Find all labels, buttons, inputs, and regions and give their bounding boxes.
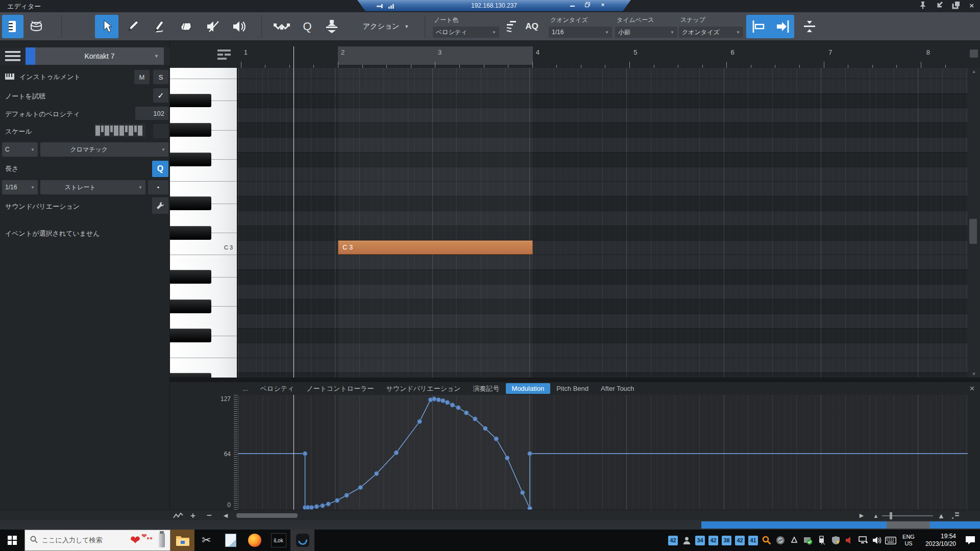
zoom-presets-icon[interactable] — [949, 510, 962, 521]
tray-badge[interactable]: 42 — [735, 536, 745, 545]
piano-key-black[interactable] — [170, 226, 211, 240]
zoom-in-vertical-icon[interactable]: ▲ — [935, 510, 947, 521]
layout-restore-icon[interactable] — [952, 1, 960, 10]
piano-key-black[interactable] — [170, 196, 211, 210]
clock[interactable]: 19:54 2023/10/20 — [921, 533, 960, 548]
hamburger-menu-icon[interactable] — [5, 51, 20, 63]
zoom-out-vertical-icon[interactable]: ▲ — [871, 510, 881, 521]
scroll-up-icon[interactable]: ▲ — [968, 69, 980, 74]
taskbar-app-explorer[interactable] — [170, 530, 194, 551]
length-dot-button[interactable]: • — [148, 180, 168, 194]
tray-audio-device-icon[interactable] — [844, 535, 854, 545]
lane-tab-[interactable]: ノートコントローラー — [300, 383, 380, 395]
rdp-minimize-button[interactable] — [569, 2, 576, 8]
tray-search-everything-icon[interactable] — [762, 535, 772, 545]
tray-badge[interactable]: 42 — [708, 536, 718, 545]
piano-key-black[interactable] — [170, 299, 211, 313]
tray-play-circle-icon[interactable] — [789, 535, 799, 545]
auto-quantize-button[interactable]: AQ — [522, 15, 542, 38]
tray-security-warning-icon[interactable] — [830, 535, 841, 545]
modulation-lane[interactable] — [238, 395, 968, 510]
bottom-scrollbar-thumb[interactable] — [887, 521, 930, 529]
lane-close-icon[interactable]: ✕ — [969, 385, 975, 392]
modulation-point[interactable] — [314, 505, 319, 509]
scale-root-select[interactable]: C▼ — [2, 142, 38, 157]
modulation-point[interactable] — [326, 502, 331, 506]
instrument-device-select[interactable]: Kontakt 7▼ — [35, 47, 164, 65]
taskbar-app-notepad[interactable] — [218, 530, 242, 551]
midi-note[interactable]: C 3 — [338, 240, 533, 255]
tray-badge[interactable]: 38 — [722, 536, 731, 545]
scale-keyboard-widget[interactable] — [94, 124, 145, 139]
mute-button[interactable]: M — [134, 70, 150, 84]
piano-roll-grid[interactable]: C 3 — [238, 68, 968, 378]
playhead-line[interactable] — [293, 46, 294, 68]
modulation-point[interactable] — [309, 505, 314, 510]
piano-view-button[interactable] — [2, 15, 23, 38]
transform-curve-icon[interactable] — [172, 510, 185, 521]
window-bottom-scrollbar[interactable] — [0, 520, 980, 530]
tray-badge[interactable]: 41 — [748, 536, 758, 545]
playhead-line[interactable] — [293, 68, 294, 378]
tray-badge[interactable]: 42 — [668, 536, 678, 545]
tray-user-icon[interactable] — [681, 535, 692, 545]
piano-keyboard[interactable]: C 3 — [170, 68, 238, 378]
timebase-select[interactable]: 小節▼ — [615, 27, 677, 38]
remove-point-button[interactable]: − — [203, 510, 215, 521]
scroll-down-icon[interactable]: ▼ — [968, 371, 980, 377]
action-center-icon[interactable] — [964, 536, 977, 545]
timeline-options-icon[interactable] — [970, 49, 978, 60]
piano-key-black[interactable] — [170, 270, 211, 284]
pin-icon[interactable] — [919, 1, 926, 10]
paint-tool-button[interactable] — [148, 15, 172, 38]
vertical-scrollbar-thumb[interactable] — [969, 219, 977, 244]
note-color-select[interactable]: ベロシティ▼ — [433, 27, 499, 38]
scale-type-select[interactable]: クロマチック▼ — [40, 142, 168, 157]
eraser-tool-button[interactable] — [175, 15, 198, 38]
velocity-range-icon[interactable] — [799, 15, 820, 38]
lane-tab-modulation[interactable]: Modulation — [506, 383, 551, 394]
taskbar-app-firefox[interactable] — [242, 530, 266, 551]
tray-antivirus-icon[interactable] — [803, 535, 813, 545]
lane-tab-pitchbend[interactable]: Pitch Bend — [550, 383, 595, 394]
length-value-select[interactable]: 1/16▼ — [2, 180, 38, 194]
length-mode-select[interactable]: ストレート▼ — [40, 180, 145, 194]
mute-tool-button[interactable] — [201, 15, 225, 38]
rdp-close-button[interactable]: × — [599, 2, 606, 8]
snap-to-grid-button[interactable] — [746, 15, 770, 38]
tray-usb-icon[interactable] — [817, 535, 827, 545]
taskbar-app-ilok[interactable]: iLok — [266, 530, 290, 551]
rdp-restore-button[interactable] — [584, 2, 591, 8]
humanize-icon[interactable] — [503, 15, 520, 38]
length-quantize-button[interactable]: Q — [152, 161, 168, 177]
play-from-icon[interactable]: ▶ — [856, 510, 867, 521]
solo-button[interactable]: S — [153, 70, 168, 84]
scroll-range-left[interactable] — [701, 521, 887, 529]
lane-tab-[interactable]: 演奏記号 — [467, 383, 506, 395]
scroll-range-right[interactable] — [930, 521, 980, 529]
piano-key-black[interactable] — [170, 373, 211, 378]
wrench-icon[interactable] — [152, 197, 168, 214]
piano-key-black[interactable] — [170, 94, 211, 108]
macros-icon[interactable] — [270, 15, 294, 38]
action-menu-button[interactable]: アクション▼ — [357, 15, 414, 38]
zoom-slider-thumb[interactable] — [890, 512, 892, 519]
taskbar-search-box[interactable]: ここに入力して検索 ❤ ❤ ●● — [24, 530, 170, 551]
tray-badge[interactable]: 34 — [695, 536, 705, 545]
snap-end-button[interactable] — [770, 15, 794, 38]
listen-tool-button[interactable] — [228, 15, 251, 38]
piano-key-black[interactable] — [170, 329, 211, 342]
taskbar-app-studio-one[interactable] — [290, 530, 314, 551]
horizontal-scrollbar-thumb[interactable] — [236, 513, 298, 518]
close-window-icon[interactable]: × — [969, 1, 974, 10]
tray-network-icon[interactable] — [858, 535, 868, 545]
timeline-ruler[interactable]: 12345678 — [238, 41, 968, 68]
lane-tab-[interactable]: ... — [236, 383, 254, 394]
playhead-line[interactable] — [293, 395, 294, 510]
audition-checkbox[interactable]: ✓ — [153, 88, 168, 103]
modulation-point[interactable] — [303, 452, 307, 456]
arrow-tool-button[interactable] — [95, 15, 118, 38]
search-highlight-image[interactable]: ❤ ❤ ●● — [129, 531, 168, 550]
taskbar-app-snipping-tool[interactable]: ✂ — [194, 530, 218, 551]
tray-volume-icon[interactable] — [872, 535, 882, 545]
